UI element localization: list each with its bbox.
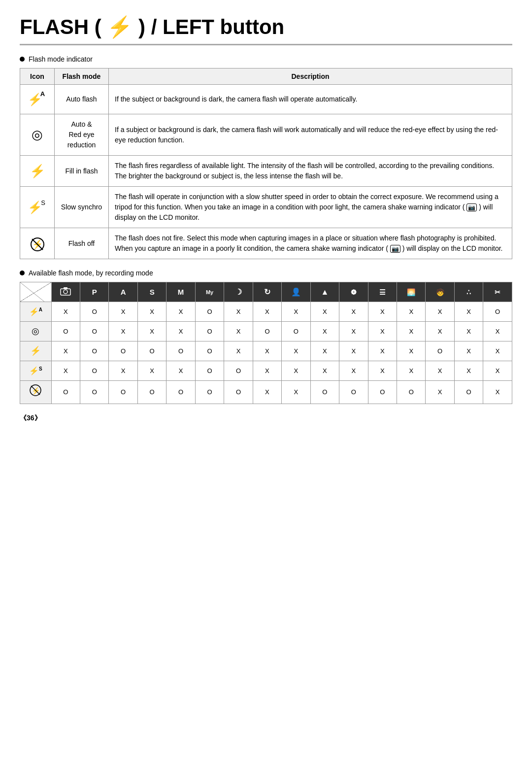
bullet-icon — [20, 57, 25, 62]
desc-red-eye: If a subject or background is dark, the … — [109, 114, 512, 156]
desc-auto-flash: If the subject or background is dark, th… — [109, 85, 512, 114]
col-M: M — [166, 282, 195, 302]
mode-flash-off: Flash off — [55, 228, 109, 259]
icon-auto-flash: ⚡A — [20, 85, 55, 114]
col-flower: ❁ — [339, 282, 368, 302]
matrix-row-red-eye: ◎ O O X X X O X O O X X X X X X X — [20, 322, 512, 341]
bullet-icon-2 — [20, 271, 25, 275]
page-number: 《36》 — [20, 414, 512, 423]
flash-mode-table: Icon Flash mode Description ⚡A Auto flas… — [20, 68, 512, 259]
col-kids: 🧒 — [426, 282, 454, 302]
icon-slow-synchro: ⚡S — [20, 187, 55, 228]
table-row: ⚡ Fill in flash The flash fires regardle… — [20, 156, 512, 187]
col-moon: ☽ — [224, 282, 253, 302]
section2-label: Available flash mode, by recording mode — [20, 269, 512, 277]
matrix-icon-slow: ⚡S — [20, 361, 52, 381]
mode-red-eye: Auto & Red eye reduction — [55, 114, 109, 156]
table-row: ◎ Auto & Red eye reduction If a subject … — [20, 114, 512, 156]
desc-slow-synchro: The flash will operate in conjunction wi… — [109, 187, 512, 228]
table-row: ⚡S Slow synchro The flash will operate i… — [20, 187, 512, 228]
matrix-row-slow-synchro: ⚡S X O X X X O O X X X X X X X X X — [20, 361, 512, 381]
matrix-table: P A S M My ☽ ↻ 👤 ▲ ❁ ☰ 🌅 🧒 ∴ ✂ ⚡A X O X … — [20, 282, 512, 404]
col-dots: ∴ — [454, 282, 483, 302]
page-title: FLASH ( ⚡ ) / LEFT button — [20, 15, 512, 45]
icon-flash-off: ⚡ — [20, 228, 55, 259]
col-header-icon: Icon — [20, 68, 55, 85]
col-header-mode: Flash mode — [55, 68, 109, 85]
svg-rect-6 — [64, 287, 67, 289]
col-header-desc: Description — [109, 68, 512, 85]
table-row: ⚡A Auto flash If the subject or backgrou… — [20, 85, 512, 114]
matrix-icon-fill: ⚡ — [20, 341, 52, 361]
col-person: 👤 — [282, 282, 310, 302]
table-row: ⚡ Flash off The flash does not fire. Sel… — [20, 228, 512, 259]
section1-label: Flash mode indicator — [20, 55, 512, 63]
col-scissors: ✂ — [483, 282, 512, 302]
mode-slow-synchro: Slow synchro — [55, 187, 109, 228]
corner-cell — [20, 282, 52, 302]
matrix-row-fill-flash: ⚡ X O O O O O X X X X X X X O X X — [20, 341, 512, 361]
col-My: My — [195, 282, 224, 302]
matrix-icon-red-eye: ◎ — [20, 322, 52, 341]
matrix-row-flash-off: ⚡ O O O O O O O X X O O O O X O X — [20, 381, 512, 404]
col-S: S — [137, 282, 166, 302]
mode-fill-flash: Fill in flash — [55, 156, 109, 187]
desc-fill-flash: The flash fires regardless of available … — [109, 156, 512, 187]
col-mountain: ▲ — [310, 282, 339, 302]
icon-red-eye: ◎ — [20, 114, 55, 156]
col-P: P — [80, 282, 109, 302]
svg-point-5 — [64, 290, 67, 294]
matrix-row-auto-flash: ⚡A X O X X X O X X X X X X X X X O — [20, 302, 512, 322]
col-food: ☰ — [368, 282, 397, 302]
matrix-icon-off: ⚡ — [20, 381, 52, 404]
col-A: A — [109, 282, 137, 302]
mode-auto-flash: Auto flash — [55, 85, 109, 114]
col-rotate: ↻ — [253, 282, 281, 302]
desc-flash-off: The flash does not fire. Select this mod… — [109, 228, 512, 259]
svg-line-3 — [20, 282, 45, 302]
icon-fill-flash: ⚡ — [20, 156, 55, 187]
col-camera — [51, 282, 80, 302]
matrix-icon-auto: ⚡A — [20, 302, 52, 322]
col-sunset: 🌅 — [397, 282, 425, 302]
